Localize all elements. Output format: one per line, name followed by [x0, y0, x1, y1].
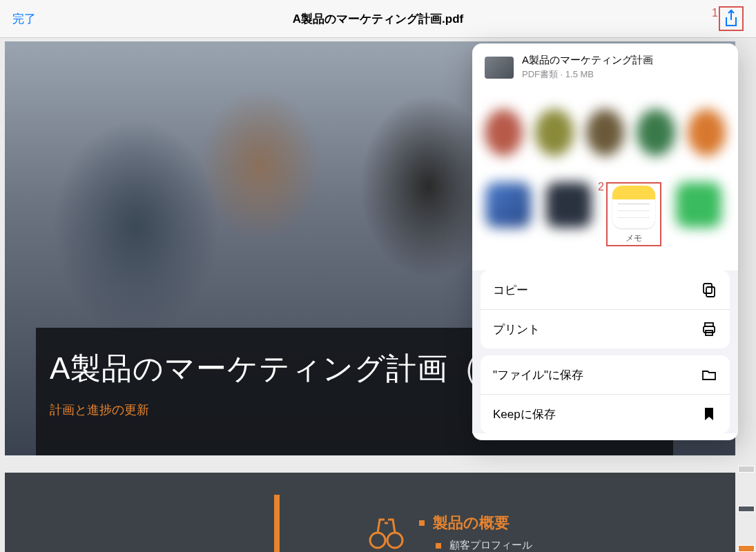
action-save-to-files[interactable]: "ファイル"に保存: [481, 355, 730, 395]
share-app-notes-highlight: 2 メモ: [606, 182, 661, 246]
share-sheet-header: A製品のマーケティング計画 PDF書類 · 1.5 MB: [472, 43, 738, 91]
share-doc-meta: PDF書類 · 1.5 MB: [522, 68, 653, 81]
share-apps-row: 2 メモ: [472, 174, 738, 264]
document-title: A製品のマーケティング計画.pdf: [293, 11, 463, 27]
slide-2-accent-bar: [274, 495, 280, 552]
share-doc-name: A製品のマーケティング計画: [522, 54, 653, 67]
share-app[interactable]: [545, 182, 592, 228]
contact-avatar[interactable]: [485, 109, 523, 156]
svg-point-1: [387, 533, 403, 548]
document-thumbnail: [485, 57, 514, 79]
svg-point-0: [370, 533, 385, 548]
contact-avatar[interactable]: [535, 109, 573, 156]
thumbnail[interactable]: [738, 506, 755, 513]
share-app-notes[interactable]: メモ: [610, 186, 657, 244]
slide-2-list: 製品の概要 顧客プロフィール: [419, 513, 532, 552]
svg-rect-2: [706, 287, 715, 297]
binoculars-icon: [367, 513, 405, 552]
share-app[interactable]: [485, 182, 532, 228]
annotation-1: 1: [712, 7, 718, 19]
share-app[interactable]: [675, 182, 722, 228]
svg-rect-3: [704, 284, 712, 293]
share-button[interactable]: 1: [719, 6, 744, 31]
action-save-to-keep[interactable]: Keepに保存: [481, 395, 730, 433]
share-icon: [723, 9, 739, 28]
thumbnail[interactable]: [738, 466, 755, 473]
action-copy[interactable]: コピー: [481, 270, 730, 310]
share-app-label: メモ: [626, 233, 642, 244]
folder-icon: [701, 366, 717, 383]
annotation-2: 2: [598, 181, 604, 193]
bullet-icon: [436, 543, 441, 549]
top-toolbar: 完了 A製品のマーケティング計画.pdf 1: [0, 0, 756, 38]
bullet-icon: [419, 520, 425, 526]
airdrop-contacts-row: [472, 91, 738, 174]
slide-2: 製品の概要 顧客プロフィール: [5, 473, 735, 552]
thumbnail-strip: [738, 41, 755, 552]
share-sheet: A製品のマーケティング計画 PDF書類 · 1.5 MB 2 メモ コピー: [472, 43, 738, 440]
contact-avatar[interactable]: [688, 109, 726, 156]
thumbnail[interactable]: [738, 545, 755, 552]
slide-2-sub: 顧客プロフィール: [449, 539, 532, 552]
notes-icon: [612, 186, 655, 228]
copy-icon: [701, 282, 717, 298]
contact-avatar[interactable]: [586, 109, 624, 156]
slide-2-heading: 製品の概要: [433, 513, 510, 533]
share-actions: コピー プリント "ファイル"に保存 Keepに保存: [472, 270, 738, 433]
action-print[interactable]: プリント: [481, 310, 730, 348]
contact-avatar[interactable]: [637, 109, 675, 156]
print-icon: [701, 321, 717, 337]
bookmark-icon: [701, 406, 717, 422]
done-button[interactable]: 完了: [12, 11, 36, 27]
